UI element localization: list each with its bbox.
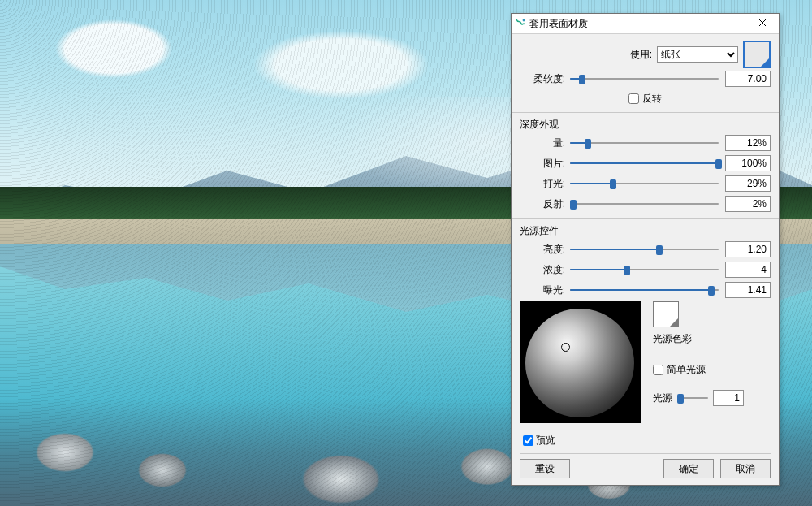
cancel-button[interactable]: 取消	[720, 459, 771, 478]
light-hotspot-icon[interactable]	[561, 343, 570, 352]
app-icon	[515, 18, 526, 29]
svg-point-0	[523, 19, 525, 22]
invert-label: 反转	[642, 92, 662, 106]
light-count-label: 光源	[653, 391, 672, 405]
reflect-value[interactable]: 2%	[725, 196, 771, 212]
light-count-value[interactable]: 1	[713, 390, 744, 406]
reflect-label: 反射:	[520, 197, 570, 211]
picture-slider[interactable]	[570, 156, 719, 171]
dialog-title: 套用表面材质	[529, 17, 746, 31]
sphere-ball	[525, 309, 634, 417]
reflect-slider[interactable]	[570, 197, 719, 211]
light-color-label: 光源色彩	[653, 332, 744, 346]
conc-value[interactable]: 4	[725, 262, 771, 278]
texture-swatch-button[interactable]	[743, 41, 771, 68]
conc-slider[interactable]	[570, 262, 719, 277]
shine-value[interactable]: 29%	[725, 175, 771, 192]
shine-slider[interactable]	[570, 176, 719, 191]
reset-button[interactable]: 重设	[520, 459, 570, 478]
amount-value[interactable]: 12%	[725, 135, 771, 151]
simple-light-checkbox[interactable]	[653, 365, 663, 375]
titlebar[interactable]: 套用表面材质	[512, 14, 779, 34]
use-label: 使用:	[630, 48, 657, 62]
brightness-label: 亮度:	[520, 243, 570, 257]
light-color-swatch[interactable]	[653, 301, 679, 327]
light-direction-sphere[interactable]	[520, 301, 641, 423]
softness-slider[interactable]	[570, 71, 719, 86]
softness-value[interactable]: 7.00	[725, 71, 771, 87]
picture-value[interactable]: 100%	[725, 155, 771, 171]
exposure-label: 曝光:	[520, 283, 570, 297]
depth-section-label: 深度外观	[520, 118, 771, 132]
preview-label: 预览	[536, 434, 555, 448]
close-icon	[758, 18, 767, 29]
surface-texture-dialog: 套用表面材质 使用: 纸张 柔软度: 7.00 反转	[511, 13, 780, 486]
conc-label: 浓度:	[520, 263, 570, 277]
light-section-label: 光源控件	[520, 224, 771, 238]
invert-checkbox[interactable]	[628, 93, 639, 104]
exposure-slider[interactable]	[570, 283, 719, 297]
softness-label: 柔软度:	[520, 72, 570, 86]
ok-button[interactable]: 确定	[663, 459, 714, 478]
brightness-slider[interactable]	[570, 242, 719, 257]
brightness-value[interactable]: 1.20	[725, 241, 771, 257]
light-count-slider[interactable]	[677, 391, 708, 405]
shine-label: 打光:	[520, 177, 570, 191]
amount-label: 量:	[520, 136, 570, 150]
simple-light-label: 简单光源	[667, 363, 706, 377]
close-button[interactable]	[746, 14, 779, 33]
picture-label: 图片:	[520, 157, 570, 171]
exposure-value[interactable]: 1.41	[725, 282, 771, 298]
use-combo[interactable]: 纸张	[657, 46, 738, 63]
preview-checkbox[interactable]	[523, 435, 533, 446]
amount-slider[interactable]	[570, 136, 719, 150]
